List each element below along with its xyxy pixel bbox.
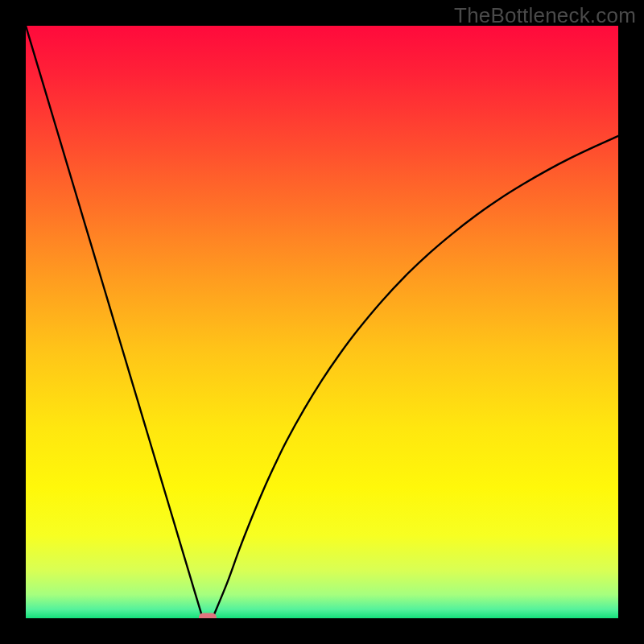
watermark-text: TheBottleneck.com xyxy=(454,3,636,28)
vertex-marker-shape xyxy=(199,613,217,619)
vertex-marker xyxy=(199,613,217,619)
chart-frame: TheBottleneck.com xyxy=(0,0,644,644)
plot-area xyxy=(26,26,618,618)
bottleneck-chart xyxy=(26,26,618,618)
